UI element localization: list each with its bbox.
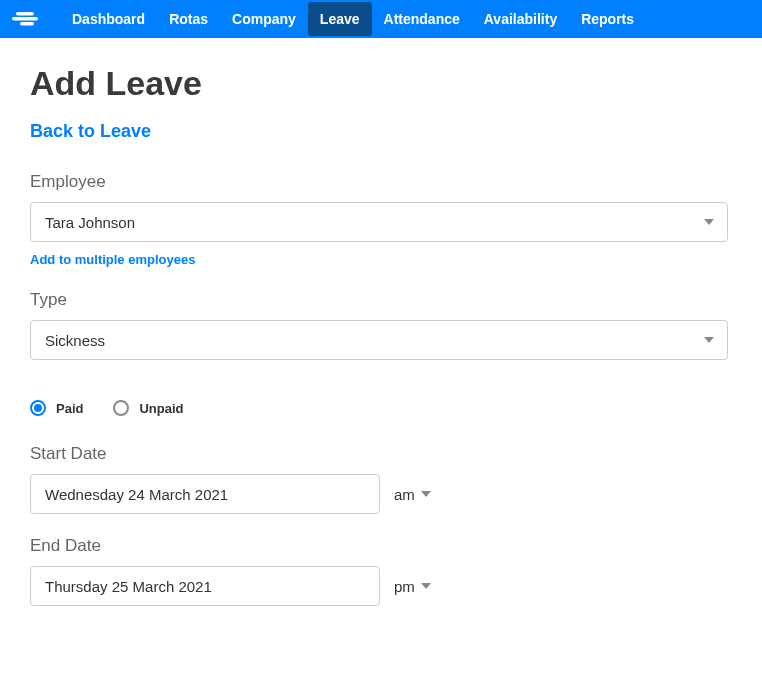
nav-leave[interactable]: Leave — [308, 2, 372, 36]
radio-icon — [30, 400, 46, 416]
type-select-wrap: Sickness — [30, 320, 728, 360]
radio-paid[interactable]: Paid — [30, 400, 83, 416]
svg-rect-2 — [20, 22, 34, 26]
nav-company[interactable]: Company — [220, 2, 308, 36]
nav-reports[interactable]: Reports — [569, 2, 646, 36]
top-navbar: Dashboard Rotas Company Leave Attendance… — [0, 0, 762, 38]
end-date-row: Thursday 25 March 2021 pm — [30, 566, 732, 606]
type-select[interactable]: Sickness — [30, 320, 728, 360]
end-date-input[interactable]: Thursday 25 March 2021 — [30, 566, 380, 606]
radio-icon — [113, 400, 129, 416]
content-area: Add Leave Back to Leave Employee Tara Jo… — [0, 64, 762, 606]
nav-availability[interactable]: Availability — [472, 2, 569, 36]
chevron-down-icon — [421, 491, 431, 497]
svg-rect-0 — [16, 12, 34, 16]
employee-label: Employee — [30, 172, 732, 192]
type-field-group: Type Sickness — [30, 290, 732, 360]
nav-dashboard[interactable]: Dashboard — [60, 2, 157, 36]
nav-rotas[interactable]: Rotas — [157, 2, 220, 36]
radio-unpaid[interactable]: Unpaid — [113, 400, 183, 416]
start-date-period-value: am — [394, 486, 415, 503]
radio-unpaid-label: Unpaid — [139, 401, 183, 416]
employee-select-wrap: Tara Johnson — [30, 202, 728, 242]
employee-field-group: Employee Tara Johnson Add to multiple em… — [30, 172, 732, 268]
logo-icon — [12, 10, 42, 28]
payment-radio-group: Paid Unpaid — [30, 400, 732, 416]
start-date-period-select[interactable]: am — [394, 486, 431, 503]
end-date-field-group: End Date Thursday 25 March 2021 pm — [30, 536, 732, 606]
back-to-leave-link[interactable]: Back to Leave — [30, 121, 151, 142]
svg-rect-1 — [12, 17, 38, 21]
type-label: Type — [30, 290, 732, 310]
employee-select[interactable]: Tara Johnson — [30, 202, 728, 242]
end-date-label: End Date — [30, 536, 732, 556]
chevron-down-icon — [421, 583, 431, 589]
start-date-label: Start Date — [30, 444, 732, 464]
add-multiple-employees-link[interactable]: Add to multiple employees — [30, 252, 195, 267]
radio-paid-label: Paid — [56, 401, 83, 416]
end-date-period-value: pm — [394, 578, 415, 595]
page-title: Add Leave — [30, 64, 732, 103]
end-date-period-select[interactable]: pm — [394, 578, 431, 595]
nav-attendance[interactable]: Attendance — [372, 2, 472, 36]
start-date-field-group: Start Date Wednesday 24 March 2021 am — [30, 444, 732, 514]
nav-items: Dashboard Rotas Company Leave Attendance… — [60, 2, 646, 36]
start-date-input[interactable]: Wednesday 24 March 2021 — [30, 474, 380, 514]
start-date-row: Wednesday 24 March 2021 am — [30, 474, 732, 514]
